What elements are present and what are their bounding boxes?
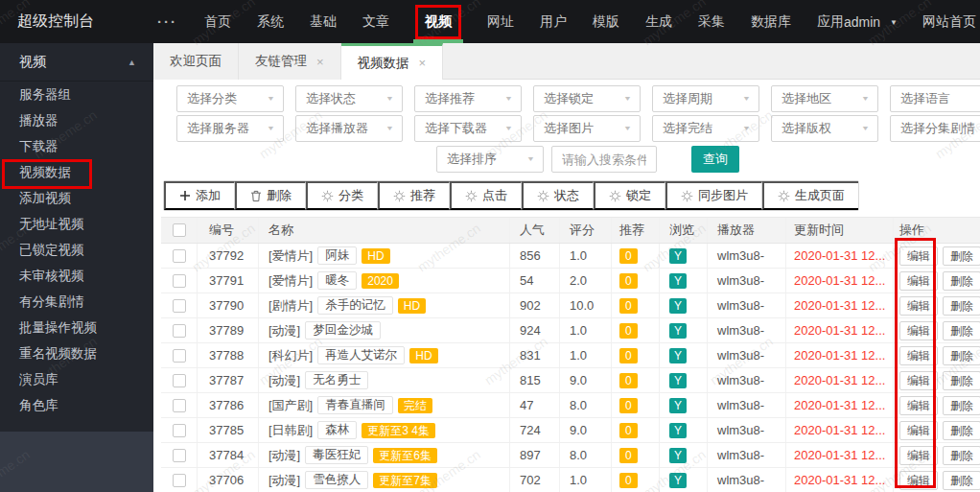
- sidebar-item-locked-video[interactable]: 已锁定视频: [0, 237, 153, 263]
- cell-player: wlm3u8-: [708, 269, 786, 293]
- sidebar-item-video-data[interactable]: 视频数据: [0, 159, 153, 185]
- nav-item-generate[interactable]: 生成: [645, 0, 672, 43]
- views-badge: Y: [669, 373, 687, 388]
- generate-page-button[interactable]: 生成页面: [762, 181, 858, 210]
- row-checkbox[interactable]: [173, 424, 186, 437]
- click-button[interactable]: 点击: [450, 181, 522, 210]
- sidebar-item-actor-lib[interactable]: 演员库: [0, 366, 153, 392]
- search-button[interactable]: 查询: [691, 146, 739, 173]
- delete-button[interactable]: 删除: [943, 396, 980, 415]
- edit-button[interactable]: 编辑: [899, 246, 938, 266]
- edit-button[interactable]: 编辑: [899, 446, 938, 465]
- cell-id: 37791: [198, 269, 259, 293]
- sidebar-item-player[interactable]: 播放器: [0, 107, 153, 133]
- lock-button[interactable]: 锁定: [594, 181, 665, 210]
- site-home-link[interactable]: 网站首页: [922, 13, 976, 31]
- sidebar-item-server-group[interactable]: 服务器组: [0, 82, 153, 107]
- filter-select-downloader[interactable]: 选择下载器▼: [414, 115, 522, 142]
- row-checkbox[interactable]: [173, 324, 186, 338]
- row-checkbox[interactable]: [173, 374, 186, 387]
- cell-score: 2.0: [560, 269, 612, 293]
- filter-select-category[interactable]: 选择分类▼: [176, 85, 284, 112]
- row-checkbox[interactable]: [173, 349, 186, 363]
- row-checkbox[interactable]: [173, 399, 186, 412]
- row-checkbox-cell: [161, 244, 198, 268]
- filter-select-period[interactable]: 选择周期▼: [652, 85, 759, 112]
- nav-item-video[interactable]: 视频: [415, 0, 461, 43]
- sidebar-item-duplicate-video[interactable]: 重名视频数据: [0, 340, 153, 366]
- edit-button[interactable]: 编辑: [899, 296, 938, 316]
- row-checkbox[interactable]: [173, 249, 186, 263]
- filter-select-episode-plot[interactable]: 选择分集剧情▼: [890, 115, 980, 142]
- filter-select-label: 选择版权: [782, 120, 831, 137]
- sidebar-item-no-address-video[interactable]: 无地址视频: [0, 211, 153, 237]
- row-checkbox[interactable]: [173, 299, 186, 313]
- delete-button[interactable]: 删除: [943, 246, 980, 266]
- filter-select-language[interactable]: 选择语言▼: [890, 85, 980, 112]
- nav-item-collect[interactable]: 采集: [698, 0, 725, 43]
- edit-button[interactable]: 编辑: [899, 321, 938, 340]
- filter-select-image[interactable]: 选择图片▼: [533, 115, 641, 142]
- delete-button[interactable]: 删除: [943, 371, 980, 390]
- status-button[interactable]: 状态: [522, 181, 594, 210]
- row-checkbox[interactable]: [173, 274, 186, 288]
- row-checkbox[interactable]: [173, 449, 186, 462]
- edit-button[interactable]: 编辑: [899, 421, 938, 440]
- nav-item-system[interactable]: 系统: [257, 0, 284, 43]
- nav-item-home[interactable]: 首页: [204, 0, 231, 43]
- filter-select-status[interactable]: 选择状态▼: [295, 85, 403, 112]
- tab-friend-links[interactable]: 友链管理×: [239, 43, 341, 80]
- recommend-button[interactable]: 推荐: [378, 181, 450, 210]
- sidebar-item-role-lib[interactable]: 角色库: [0, 392, 153, 418]
- filter-select-region[interactable]: 选择地区▼: [771, 85, 878, 112]
- tab-video-data[interactable]: 视频数据×: [341, 43, 444, 80]
- nav-item-article[interactable]: 文章: [362, 0, 389, 43]
- add-button[interactable]: 添加: [164, 181, 235, 210]
- nav-item-database[interactable]: 数据库: [751, 0, 791, 43]
- recommend-badge: 0: [619, 423, 638, 438]
- delete-button[interactable]: 删除: [943, 296, 980, 316]
- delete-button[interactable]: 删除: [943, 471, 980, 490]
- nav-item-base[interactable]: 基础: [310, 0, 337, 43]
- edit-button[interactable]: 编辑: [899, 471, 938, 490]
- filter-select-finished[interactable]: 选择完结▼: [652, 115, 759, 142]
- sidebar-item-add-video[interactable]: 添加视频: [0, 185, 153, 211]
- search-input[interactable]: [551, 146, 657, 173]
- nav-item-template[interactable]: 模版: [593, 0, 619, 43]
- row-checkbox[interactable]: [173, 474, 186, 487]
- sidebar-items: 服务器组播放器下载器视频数据添加视频无地址视频已锁定视频未审核视频有分集剧情批量…: [0, 82, 153, 418]
- delete-button[interactable]: 删除: [943, 346, 980, 365]
- edit-button[interactable]: 编辑: [899, 396, 938, 415]
- nav-item-app[interactable]: 应用: [817, 0, 844, 43]
- filter-select-lock[interactable]: 选择锁定▼: [533, 85, 641, 112]
- delete-button[interactable]: 删除: [943, 446, 980, 465]
- sidebar-item-unaudited-video[interactable]: 未审核视频: [0, 263, 153, 289]
- delete-button[interactable]: 删除: [235, 181, 306, 210]
- filter-select-recommend[interactable]: 选择推荐▼: [414, 85, 522, 112]
- close-icon[interactable]: ×: [419, 56, 427, 70]
- video-title-chip: 杀手的记忆: [317, 296, 393, 315]
- delete-button[interactable]: 删除: [943, 321, 980, 340]
- sort-select[interactable]: 选择排序 ▼: [436, 146, 544, 173]
- delete-button[interactable]: 删除: [943, 271, 980, 291]
- sidebar-item-batch-video[interactable]: 批量操作视频: [0, 315, 153, 340]
- edit-button[interactable]: 编辑: [899, 371, 938, 390]
- sidebar-item-downloader[interactable]: 下载器: [0, 133, 153, 159]
- close-icon[interactable]: ×: [316, 55, 324, 69]
- sync-image-button[interactable]: 同步图片: [665, 181, 762, 210]
- user-menu[interactable]: admin ▼: [844, 14, 898, 30]
- filter-select-player[interactable]: 选择播放器▼: [295, 115, 403, 142]
- delete-button[interactable]: 删除: [943, 421, 980, 440]
- category-button[interactable]: 分类: [306, 181, 378, 210]
- nav-item-site[interactable]: 网址: [487, 0, 514, 43]
- filter-select-copyright[interactable]: 选择版权▼: [771, 115, 878, 142]
- edit-button[interactable]: 编辑: [899, 271, 938, 291]
- nav-item-user[interactable]: 用户: [540, 0, 567, 43]
- select-all-checkbox[interactable]: [173, 223, 186, 237]
- filter-select-server[interactable]: 选择服务器▼: [176, 115, 284, 142]
- edit-button[interactable]: 编辑: [899, 346, 938, 365]
- sidebar-section-video[interactable]: 视频 ▲: [0, 43, 153, 82]
- sidebar-item-episode-plot[interactable]: 有分集剧情: [0, 289, 153, 315]
- tab-welcome[interactable]: 欢迎页面: [153, 43, 239, 80]
- more-menu-icon[interactable]: ···: [157, 13, 177, 30]
